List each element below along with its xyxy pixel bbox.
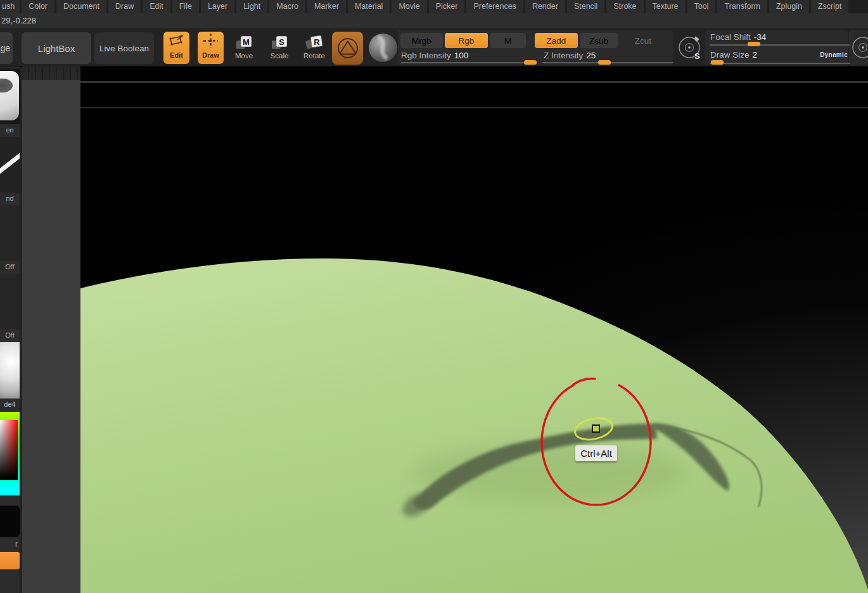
material-label: de4 bbox=[0, 400, 20, 408]
partial-left-button[interactable]: ge bbox=[0, 32, 13, 64]
z-intensity-value: 25 bbox=[586, 51, 596, 60]
menu-item[interactable]: Light bbox=[236, 0, 267, 13]
menu-bar: ushColorDocumentDrawEditFileLayerLightMa… bbox=[0, 0, 868, 13]
menu-item[interactable]: Document bbox=[56, 0, 106, 13]
rgb-intensity-label: Rgb Intensity100 bbox=[401, 51, 468, 60]
current-color-swatch[interactable] bbox=[0, 506, 20, 537]
draw-size-slider[interactable] bbox=[710, 63, 850, 64]
svg-text:R: R bbox=[314, 37, 320, 47]
brush-preview-icon bbox=[0, 68, 20, 124]
move-button[interactable]: M Move bbox=[229, 35, 258, 60]
draw-size-label: Draw Size2 bbox=[710, 50, 757, 60]
stroke-picker-button[interactable]: S bbox=[677, 34, 703, 64]
move-label: Move bbox=[235, 52, 253, 60]
menu-item[interactable]: Preferences bbox=[466, 0, 523, 13]
current-material-thumbnail[interactable] bbox=[369, 34, 397, 62]
scale-label: Scale bbox=[271, 52, 289, 60]
zsub-button[interactable]: Zsub bbox=[580, 33, 618, 48]
material-swirl-icon bbox=[369, 34, 397, 62]
scale-gyro-icon: S bbox=[270, 35, 289, 51]
menu-item[interactable]: Zplugin bbox=[769, 0, 809, 13]
menu-item[interactable]: Material bbox=[348, 0, 390, 13]
current-alpha-thumbnail[interactable]: Off bbox=[0, 205, 20, 271]
current-texture-thumbnail[interactable]: Off bbox=[0, 274, 20, 340]
clipped-right-button[interactable] bbox=[850, 34, 868, 64]
draw-button[interactable]: Draw bbox=[198, 32, 224, 64]
switch-color-label[interactable]: r bbox=[0, 540, 18, 549]
focal-shift-label: Focal Shift-34 bbox=[710, 32, 766, 42]
status-row bbox=[0, 13, 868, 29]
mrgb-button[interactable]: Mrgb bbox=[400, 33, 443, 48]
color-picker[interactable] bbox=[0, 412, 20, 495]
menu-item[interactable]: Edit bbox=[143, 0, 170, 13]
edit-button[interactable]: Edit bbox=[163, 32, 189, 64]
document-faint-line bbox=[80, 107, 868, 108]
menu-item[interactable]: Transform bbox=[717, 0, 767, 13]
rotate-gyro-icon: R bbox=[304, 35, 324, 51]
brush-label: en bbox=[0, 126, 20, 134]
rgb-button[interactable]: Rgb bbox=[445, 33, 488, 48]
zbrush-window: ushColorDocumentDrawEditFileLayerLightMa… bbox=[0, 0, 868, 593]
sculptris-pro-button[interactable] bbox=[332, 32, 363, 65]
lightbox-button[interactable]: LightBox bbox=[22, 32, 91, 64]
coordinate-readout: 29,-0.228 bbox=[1, 16, 36, 25]
brush-cursor-square bbox=[592, 425, 599, 432]
tray-material-thumbnail[interactable]: de4 bbox=[0, 342, 20, 409]
menu-item[interactable]: ush bbox=[0, 0, 20, 13]
svg-text:S: S bbox=[694, 51, 700, 61]
menu-item[interactable]: Macro bbox=[269, 0, 305, 13]
stroke-label: nd bbox=[0, 194, 20, 202]
z-intensity-handle[interactable] bbox=[598, 60, 611, 65]
document-top-edge bbox=[80, 81, 868, 83]
menu-item[interactable]: Layer bbox=[201, 0, 234, 13]
edit-button-label: Edit bbox=[170, 51, 183, 59]
texture-label: Off bbox=[0, 331, 20, 339]
z-intensity-label: Z Intensity25 bbox=[544, 51, 596, 60]
rotate-label: Rotate bbox=[303, 52, 325, 60]
draw-crosshair-icon bbox=[203, 34, 219, 51]
current-brush-thumbnail[interactable]: en bbox=[0, 68, 20, 134]
saturation-value-square[interactable] bbox=[0, 420, 18, 480]
zcut-button[interactable]: Zcut bbox=[626, 33, 660, 48]
rotate-button[interactable]: R Rotate bbox=[299, 35, 329, 60]
focal-shift-slider[interactable] bbox=[710, 44, 850, 46]
live-boolean-button[interactable]: Live Boolean bbox=[94, 32, 154, 64]
zadd-button[interactable]: Zadd bbox=[535, 33, 578, 48]
tray-orange-button[interactable] bbox=[0, 552, 21, 570]
menu-item[interactable]: Stroke bbox=[606, 0, 643, 13]
menu-item[interactable]: Color bbox=[22, 0, 54, 13]
menu-item[interactable]: Render bbox=[525, 0, 565, 13]
svg-text:S: S bbox=[279, 37, 284, 47]
tray-separator bbox=[20, 67, 22, 593]
current-stroke-thumbnail[interactable]: nd bbox=[0, 137, 20, 203]
focal-shift-handle[interactable] bbox=[748, 42, 760, 46]
rgb-intensity-handle[interactable] bbox=[524, 60, 537, 65]
scale-button[interactable]: S Scale bbox=[265, 35, 294, 60]
edit-marquee-icon bbox=[168, 34, 185, 51]
m-button[interactable]: M bbox=[490, 33, 526, 48]
menu-item[interactable]: File bbox=[172, 0, 199, 13]
menu-item[interactable]: Zscript bbox=[811, 0, 849, 13]
sculpt-canvas[interactable] bbox=[80, 67, 868, 593]
menu-item[interactable]: Texture bbox=[646, 0, 686, 13]
material-sphere-icon bbox=[0, 342, 20, 399]
dynamic-label: Dynamic bbox=[811, 51, 848, 58]
alpha-label: Off bbox=[0, 263, 20, 271]
stroke-preview-icon bbox=[0, 137, 20, 193]
menu-item[interactable]: Movie bbox=[392, 0, 426, 13]
menu-item[interactable]: Picker bbox=[429, 0, 465, 13]
focal-shift-value: -34 bbox=[754, 32, 767, 42]
menu-item[interactable]: Stencil bbox=[567, 0, 605, 13]
stroke-dot-icon: S bbox=[677, 34, 703, 64]
menu-item[interactable]: Draw bbox=[108, 0, 141, 13]
rgb-intensity-value: 100 bbox=[454, 51, 469, 60]
draw-button-label: Draw bbox=[202, 51, 219, 59]
menu-item[interactable]: Marker bbox=[307, 0, 346, 13]
canvas-gutter bbox=[22, 67, 80, 593]
clipped-dot-icon bbox=[850, 34, 868, 64]
menu-item[interactable]: Tool bbox=[687, 0, 716, 13]
rgb-intensity-slider[interactable] bbox=[401, 62, 537, 63]
draw-size-handle[interactable] bbox=[711, 60, 724, 65]
draw-size-value: 2 bbox=[753, 50, 758, 60]
hotkey-tooltip: Ctrl+Alt bbox=[575, 445, 617, 461]
